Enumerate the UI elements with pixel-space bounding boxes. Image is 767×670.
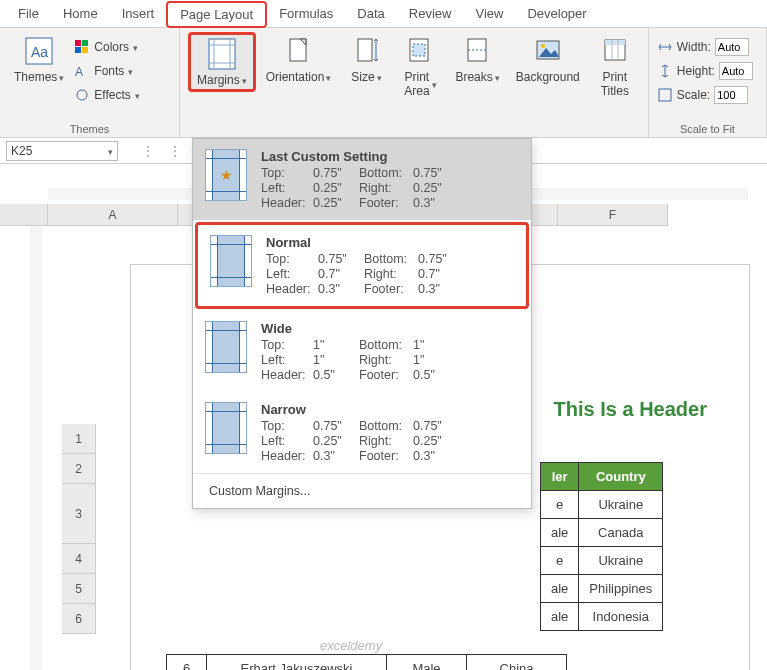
select-all-corner[interactable] (0, 204, 48, 226)
table-row: eUkraine (541, 491, 663, 519)
height-input[interactable] (719, 62, 753, 80)
margins-label: Margins (197, 73, 240, 87)
row-header[interactable]: 3 (62, 484, 96, 544)
width-label: Width: (677, 40, 711, 54)
svg-text:A: A (75, 65, 83, 78)
margins-option-last-custom-setting[interactable]: ★Last Custom SettingTop:0.75"Bottom:0.75… (193, 139, 531, 220)
table-cell[interactable]: Male (387, 655, 467, 671)
table-cell[interactable]: Canada (579, 519, 663, 547)
scale-input[interactable] (714, 86, 748, 104)
svg-point-22 (541, 44, 545, 48)
width-input[interactable] (715, 38, 749, 56)
margins-dropdown: ★Last Custom SettingTop:0.75"Bottom:0.75… (192, 138, 532, 509)
margins-option-wide[interactable]: WideTop:1"Bottom:1"Left:1"Right:1"Header… (193, 311, 531, 392)
table-header[interactable]: Country (579, 463, 663, 491)
table-cell[interactable]: ale (541, 575, 579, 603)
svg-rect-5 (82, 47, 88, 53)
scale-label: Scale: (677, 88, 710, 102)
fonts-icon: A (74, 63, 90, 79)
svg-rect-3 (82, 40, 88, 46)
data-table: ler Country eUkraine aleCanada eUkraine … (540, 462, 663, 631)
name-box[interactable]: K25 (6, 141, 118, 161)
margins-option-title: Normal (266, 235, 514, 250)
margins-option-info: WideTop:1"Bottom:1"Left:1"Right:1"Header… (261, 321, 519, 382)
margins-option-title: Last Custom Setting (261, 149, 519, 164)
tab-formulas[interactable]: Formulas (267, 2, 345, 25)
background-icon (531, 34, 565, 68)
row-header[interactable]: 1 (62, 424, 96, 454)
orientation-icon (282, 34, 316, 68)
scale-icon (657, 87, 673, 103)
height-label: Height: (677, 64, 715, 78)
effects-button[interactable]: Effects (74, 84, 139, 106)
fonts-button[interactable]: A Fonts (74, 60, 139, 82)
table-row: 6 Erhart Jakuszewski Male China (167, 655, 567, 671)
tab-file[interactable]: File (6, 2, 51, 25)
table-cell[interactable]: 6 (167, 655, 207, 671)
margins-option-narrow[interactable]: NarrowTop:0.75"Bottom:0.75"Left:0.25"Rig… (193, 392, 531, 473)
table-cell[interactable]: Ukraine (579, 547, 663, 575)
background-label: Background (516, 70, 580, 84)
margins-preview-icon (210, 235, 252, 287)
tab-view[interactable]: View (463, 2, 515, 25)
orientation-label: Orientation (266, 70, 325, 84)
margins-preview-icon (205, 402, 247, 454)
height-icon (657, 63, 673, 79)
table-cell[interactable]: Ukraine (579, 491, 663, 519)
tab-developer[interactable]: Developer (515, 2, 598, 25)
table-cell[interactable]: e (541, 547, 579, 575)
scale-row[interactable]: Scale: (657, 84, 748, 106)
height-row[interactable]: Height: (657, 60, 753, 82)
svg-rect-17 (413, 44, 425, 56)
row-header[interactable]: 4 (62, 544, 96, 574)
tab-home[interactable]: Home (51, 2, 110, 25)
row-header[interactable]: 2 (62, 454, 96, 484)
svg-rect-14 (358, 39, 372, 61)
table-cell[interactable]: China (467, 655, 567, 671)
colors-label: Colors (94, 40, 129, 54)
print-area-button[interactable]: Print Area (395, 32, 445, 100)
width-row[interactable]: Width: (657, 36, 749, 58)
margins-button[interactable]: Margins (188, 32, 256, 92)
table-header[interactable]: ler (541, 463, 579, 491)
table-cell[interactable]: e (541, 491, 579, 519)
tab-page-layout[interactable]: Page Layout (166, 1, 267, 28)
custom-margins-item[interactable]: Custom Margins... (193, 473, 531, 508)
breaks-icon (461, 34, 495, 68)
col-header-a[interactable]: A (48, 204, 178, 226)
tab-insert[interactable]: Insert (110, 2, 167, 25)
margins-option-normal[interactable]: NormalTop:0.75"Bottom:0.75"Left:0.7"Righ… (195, 222, 529, 309)
page-header-text[interactable]: This Is a Header (554, 398, 707, 421)
table-cell[interactable]: ale (541, 603, 579, 631)
margins-preview-icon: ★ (205, 149, 247, 201)
table-row: alePhilippines (541, 575, 663, 603)
svg-rect-8 (209, 39, 235, 69)
effects-icon (74, 87, 90, 103)
breaks-button[interactable]: Breaks (449, 32, 505, 86)
chevron-down-icon (59, 70, 64, 84)
table-cell[interactable]: Erhart Jakuszewski (207, 655, 387, 671)
svg-rect-29 (659, 89, 671, 101)
tab-review[interactable]: Review (397, 2, 464, 25)
table-cell[interactable]: Indonesia (579, 603, 663, 631)
breaks-label: Breaks (455, 70, 492, 84)
vertical-ruler (30, 226, 42, 670)
row-header[interactable]: 6 (62, 604, 96, 634)
row-header[interactable]: 5 (62, 574, 96, 604)
margins-option-info: Last Custom SettingTop:0.75"Bottom:0.75"… (261, 149, 519, 210)
svg-point-7 (77, 90, 87, 100)
table-cell[interactable]: Philippines (579, 575, 663, 603)
margins-preview-icon (205, 321, 247, 373)
table-cell[interactable]: ale (541, 519, 579, 547)
col-header-f[interactable]: F (558, 204, 668, 226)
orientation-button[interactable]: Orientation (260, 32, 338, 86)
tab-data[interactable]: Data (345, 2, 396, 25)
size-button[interactable]: Size (341, 32, 391, 86)
background-button[interactable]: Background (510, 32, 586, 86)
themes-button[interactable]: Aa Themes (8, 32, 70, 86)
colors-button[interactable]: Colors (74, 36, 139, 58)
print-titles-button[interactable]: Print Titles (590, 32, 640, 100)
svg-text:Aa: Aa (31, 44, 48, 60)
chevron-down-icon (432, 77, 437, 91)
size-label: Size (351, 70, 374, 84)
